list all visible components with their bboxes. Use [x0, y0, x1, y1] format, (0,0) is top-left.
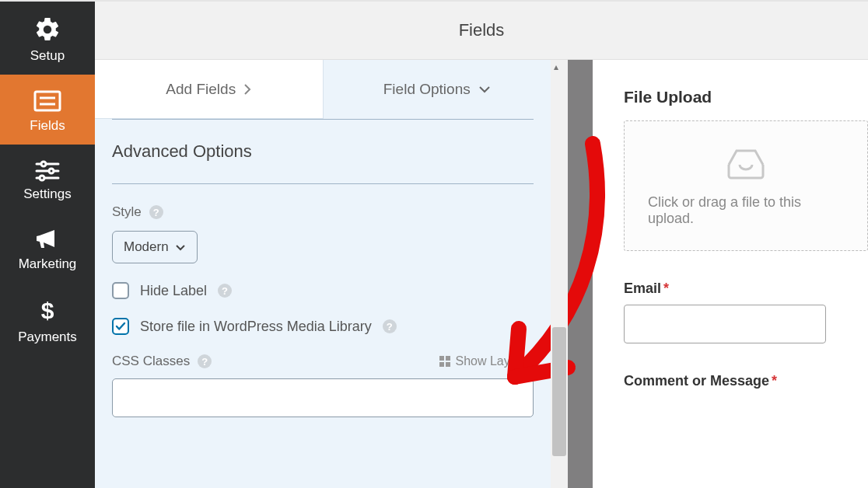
list-icon — [32, 89, 63, 113]
svg-rect-0 — [35, 92, 60, 110]
help-icon[interactable]: ? — [198, 354, 212, 368]
sidebar-item-marketing[interactable]: Marketing — [0, 213, 95, 283]
gear-icon — [33, 16, 61, 44]
drop-text: Click or drag a file to this upload. — [648, 194, 844, 227]
tab-add-fields[interactable]: Add Fields — [95, 60, 324, 119]
help-icon[interactable]: ? — [218, 284, 232, 298]
css-label-row: CSS Classes ? — [112, 354, 212, 369]
hide-label-checkbox[interactable] — [112, 282, 129, 299]
tab-label: Add Fields — [166, 81, 236, 98]
css-classes-field: CSS Classes ? Show Layouts — [112, 354, 534, 417]
store-media-checkbox[interactable] — [112, 318, 129, 335]
style-field: Style ? Modern — [112, 204, 534, 263]
svg-point-6 — [49, 169, 54, 173]
required-asterisk: * — [772, 373, 777, 389]
chevron-down-icon — [478, 85, 491, 93]
svg-point-4 — [41, 162, 46, 166]
bullhorn-icon — [33, 227, 61, 252]
builder-sidebar: Setup Fields Settings Marketing $ Paymen… — [0, 2, 95, 488]
css-classes-input[interactable] — [112, 378, 534, 417]
svg-point-8 — [40, 176, 44, 180]
file-dropzone[interactable]: Click or drag a file to this upload. — [624, 120, 868, 251]
required-asterisk: * — [663, 281, 669, 296]
chevron-right-icon — [243, 83, 251, 96]
css-label: CSS Classes — [112, 354, 190, 369]
grid-icon — [439, 356, 450, 367]
comment-label: Comment or Message* — [624, 373, 868, 389]
panel-scrollbar[interactable] — [551, 60, 568, 488]
scroll-thumb[interactable] — [552, 327, 566, 456]
sidebar-label: Fields — [30, 118, 65, 133]
sidebar-item-setup[interactable]: Setup — [0, 2, 95, 75]
style-label: Style — [112, 204, 142, 220]
topbar: Fields — [95, 2, 868, 60]
inbox-icon — [724, 145, 768, 180]
sidebar-label: Marketing — [19, 256, 77, 271]
panel-tabs: Add Fields Field Options — [95, 60, 551, 119]
sidebar-item-settings[interactable]: Settings — [0, 145, 95, 213]
divider — [112, 183, 534, 184]
svg-text:$: $ — [41, 298, 54, 323]
hide-label-text: Hide Label — [140, 283, 207, 299]
store-media-row: Store file in WordPress Media Library ? — [112, 318, 534, 335]
help-icon[interactable]: ? — [149, 205, 163, 219]
style-label-row: Style ? — [112, 204, 534, 220]
options-panel: Add Fields Field Options Advanced Option… — [95, 60, 551, 488]
sidebar-item-fields[interactable]: Fields — [0, 75, 95, 145]
topbar-title: Fields — [459, 20, 505, 40]
store-media-text: Store file in WordPress Media Library — [140, 319, 372, 335]
advanced-options-heading: Advanced Options — [112, 120, 534, 183]
dollar-icon: $ — [39, 297, 56, 325]
svg-rect-12 — [439, 362, 444, 367]
tab-label: Field Options — [383, 81, 471, 98]
show-layouts-button[interactable]: Show Layouts — [439, 354, 534, 368]
help-icon[interactable]: ? — [383, 319, 397, 333]
hide-label-row: Hide Label ? — [112, 282, 534, 299]
sidebar-label: Payments — [18, 329, 77, 344]
tab-field-options[interactable]: Field Options — [324, 60, 551, 119]
sliders-icon — [34, 159, 61, 182]
svg-rect-11 — [446, 356, 450, 361]
show-layouts-label: Show Layouts — [455, 354, 534, 368]
style-value: Modern — [124, 239, 169, 255]
sidebar-label: Settings — [23, 186, 71, 201]
email-input[interactable] — [624, 305, 826, 343]
panel-body: Advanced Options Style ? Modern — [95, 119, 551, 434]
sidebar-item-payments[interactable]: $ Payments — [0, 283, 95, 356]
svg-rect-10 — [439, 356, 444, 361]
left-column: Add Fields Field Options Advanced Option… — [95, 60, 593, 488]
sidebar-label: Setup — [30, 48, 65, 63]
chevron-down-icon — [175, 244, 186, 251]
svg-rect-13 — [446, 362, 450, 367]
main-area: Fields Add Fields Field Options — [95, 2, 868, 488]
form-preview: File Upload Click or drag a file to this… — [593, 60, 868, 488]
content-row: Add Fields Field Options Advanced Option… — [95, 60, 868, 488]
panel-gap — [568, 60, 593, 488]
file-upload-title: File Upload — [624, 88, 868, 106]
app-root: Setup Fields Settings Marketing $ Paymen… — [0, 0, 868, 488]
style-select[interactable]: Modern — [112, 231, 198, 263]
email-label: Email* — [624, 281, 868, 297]
